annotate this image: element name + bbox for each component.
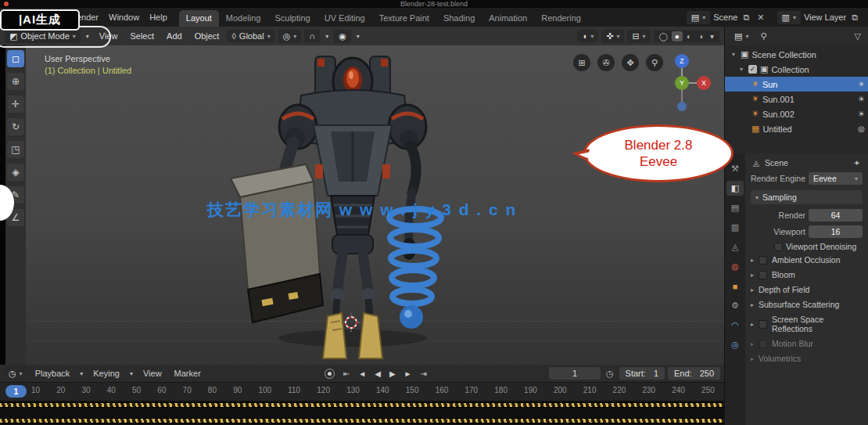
pivot-dropdown[interactable]: ◎ ▾ xyxy=(278,30,302,43)
ruler-tick[interactable]: 80 xyxy=(208,386,217,394)
ruler-tick[interactable]: 210 xyxy=(583,386,597,394)
ruler-tick[interactable]: 20 xyxy=(56,386,65,394)
snap-toggle[interactable]: ∩ xyxy=(304,30,320,42)
physics-properties-tab[interactable]: ◠ xyxy=(726,318,744,333)
modifier-properties-tab[interactable]: ⚙ xyxy=(726,298,744,313)
tool-tab[interactable]: ⚒ xyxy=(726,161,744,176)
overlays-dropdown[interactable]: ⊟ ▾ xyxy=(627,30,650,43)
next-keyframe-button[interactable]: ► xyxy=(401,369,415,379)
ruler-tick[interactable]: 140 xyxy=(376,386,389,394)
outliner-editor-type-button[interactable]: ▤ ▾ xyxy=(730,30,753,43)
pin-icon[interactable]: ✦ xyxy=(851,157,863,168)
view-layer-properties-tab[interactable]: ▥ xyxy=(726,220,744,235)
outliner-row-sun[interactable]: ☀ Sun ☀ xyxy=(725,77,868,92)
bloom-checkbox[interactable] xyxy=(759,271,767,279)
filter-icon[interactable]: ▽ xyxy=(852,31,863,42)
ruler-tick[interactable]: 130 xyxy=(346,386,360,394)
timeline-editor-type-button[interactable]: ◷ ▾ xyxy=(4,367,27,380)
sun-data-icon[interactable]: ☀ xyxy=(858,110,865,118)
pan-view-button[interactable]: ✥ xyxy=(622,54,639,71)
scale-tool[interactable]: ◳ xyxy=(7,141,24,158)
menu-marker[interactable]: Marker xyxy=(170,367,206,380)
window-close-dot[interactable] xyxy=(4,2,9,6)
render-properties-tab[interactable]: ◧ xyxy=(726,181,744,196)
tab-shading[interactable]: Shading xyxy=(436,10,482,27)
ruler-tick[interactable]: 40 xyxy=(107,386,116,394)
proportional-dropdown[interactable]: ▾ xyxy=(354,32,362,41)
tab-rendering[interactable]: Rendering xyxy=(534,10,588,27)
render-engine-dropdown[interactable]: Eevee ▾ xyxy=(809,172,863,185)
new-scene-button[interactable]: ⧉ xyxy=(741,12,751,23)
navigation-gizmo[interactable]: Z Y X xyxy=(654,49,713,114)
ruler-tick[interactable]: 50 xyxy=(132,386,141,394)
tab-modeling[interactable]: Modeling xyxy=(219,10,268,27)
jump-to-start-button[interactable]: ⇤ xyxy=(340,369,353,379)
ruler-tick[interactable]: 190 xyxy=(524,386,537,394)
frame-number-field[interactable]: 1 xyxy=(549,367,601,380)
transform-tool[interactable]: ◈ xyxy=(7,164,24,181)
previous-keyframe-button[interactable]: ◄ xyxy=(355,369,369,379)
tab-sculpting[interactable]: Sculpting xyxy=(267,10,317,27)
gizmos-dropdown[interactable]: ✜ ▾ xyxy=(601,30,624,43)
shading-rendered-button[interactable]: ◑ xyxy=(695,31,706,41)
outliner-row-scene-collection[interactable]: ▾ ▣ Scene Collection xyxy=(725,47,868,62)
select-box-tool[interactable]: ◻ xyxy=(7,50,24,67)
output-properties-tab[interactable]: ▤ xyxy=(726,200,744,215)
use-preview-range-button[interactable]: ◷ xyxy=(604,368,616,380)
timeline-channel-area[interactable] xyxy=(0,401,724,425)
cursor-tool[interactable]: ⊕ xyxy=(7,73,24,90)
current-frame-indicator[interactable]: 1 xyxy=(5,385,27,398)
view-layer-icon-button[interactable]: ▥ ▾ xyxy=(777,11,801,24)
visibility-dropdown[interactable]: ◖ ▾ xyxy=(577,30,598,42)
ssr-checkbox[interactable] xyxy=(759,320,767,329)
menu-select[interactable]: Select xyxy=(125,30,159,42)
sun-data-icon[interactable]: ☀ xyxy=(858,95,865,103)
scene-properties-tab[interactable]: ◬ xyxy=(726,240,744,254)
ambient-occlusion-checkbox[interactable] xyxy=(759,256,767,265)
ruler-tick[interactable]: 100 xyxy=(258,386,271,394)
ruler-tick[interactable]: 70 xyxy=(183,386,192,394)
menu-view[interactable]: View xyxy=(95,30,123,42)
scene-name[interactable]: Scene xyxy=(713,13,737,22)
section-volumetrics[interactable]: ▸ Volumetrics xyxy=(751,354,863,363)
outliner-row-sun-002[interactable]: ☀ Sun.002 ☀ xyxy=(725,106,868,121)
play-button[interactable]: ▶ xyxy=(386,369,399,379)
ruler-tick[interactable]: 10 xyxy=(31,386,40,394)
shading-wireframe-button[interactable]: ◯ xyxy=(656,31,671,41)
section-bloom[interactable]: ▸ Bloom xyxy=(751,270,863,279)
ruler-tick[interactable]: 180 xyxy=(494,386,508,394)
render-samples-field[interactable]: 64 xyxy=(809,209,863,222)
menu-window[interactable]: Window xyxy=(104,11,144,23)
sun-data-icon[interactable]: ☀ xyxy=(858,80,865,88)
ruler-tick[interactable]: 230 xyxy=(642,386,655,394)
mode-options-button[interactable]: ▾ xyxy=(84,32,91,41)
object-properties-tab[interactable]: ■ xyxy=(726,279,744,294)
menu-add[interactable]: Add xyxy=(162,30,187,42)
ruler-tick[interactable]: 110 xyxy=(288,386,300,394)
shading-solid-button[interactable]: ● xyxy=(672,31,683,41)
ruler-tick[interactable]: 90 xyxy=(233,386,242,394)
section-ambient-occlusion[interactable]: ▸ Ambient Occlusion xyxy=(751,255,863,265)
snap-dropdown[interactable]: ▾ xyxy=(323,32,331,41)
shading-material-button[interactable]: ◐ xyxy=(683,31,694,41)
ruler-tick[interactable]: 60 xyxy=(157,386,166,394)
tab-animation[interactable]: Animation xyxy=(482,10,534,27)
object-data-icon[interactable]: ◎ xyxy=(858,124,865,133)
outliner-row-sun-001[interactable]: ☀ Sun.001 ☀ xyxy=(725,92,868,106)
menu-object[interactable]: Object xyxy=(190,30,224,42)
tab-layout[interactable]: Layout xyxy=(179,10,219,27)
ruler-tick[interactable]: 200 xyxy=(554,386,567,394)
spring-object[interactable] xyxy=(389,209,441,304)
timeline-ruler[interactable]: 1 10203040506070809010011012013014015016… xyxy=(0,382,724,401)
viewport-samples-field[interactable]: 16 xyxy=(809,225,863,238)
menu-help[interactable]: Help xyxy=(145,11,172,23)
object-data-properties-tab[interactable]: ◎ xyxy=(726,337,744,352)
world-properties-tab[interactable]: ◍ xyxy=(726,259,744,274)
mode-dropdown[interactable]: ◩ Object Mode ▾ xyxy=(5,30,81,43)
viewport-denoising-checkbox[interactable] xyxy=(774,243,783,251)
tab-uv-editing[interactable]: UV Editing xyxy=(317,10,372,27)
expand-caret-icon[interactable]: ▾ xyxy=(737,66,745,73)
expand-caret-icon[interactable]: ▾ xyxy=(730,51,737,58)
ruler-tick[interactable]: 30 xyxy=(82,386,91,394)
collection-checkbox[interactable]: ✓ xyxy=(748,65,757,74)
